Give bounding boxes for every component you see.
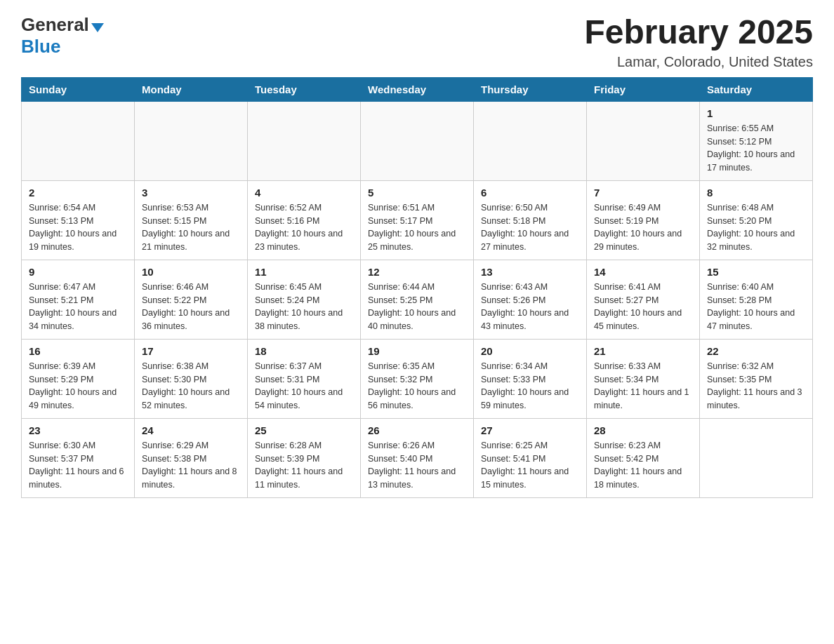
- calendar-cell: [361, 101, 474, 180]
- day-number: 7: [594, 187, 692, 199]
- calendar-cell: 28Sunrise: 6:23 AMSunset: 5:42 PMDayligh…: [587, 418, 700, 497]
- day-info: Sunrise: 6:26 AMSunset: 5:40 PMDaylight:…: [368, 439, 466, 492]
- day-info: Sunrise: 6:55 AMSunset: 5:12 PMDaylight:…: [707, 122, 805, 175]
- day-number: 19: [368, 345, 466, 357]
- day-info: Sunrise: 6:49 AMSunset: 5:19 PMDaylight:…: [594, 201, 692, 254]
- calendar-cell: [248, 101, 361, 180]
- day-info: Sunrise: 6:48 AMSunset: 5:20 PMDaylight:…: [707, 201, 805, 254]
- day-info: Sunrise: 6:41 AMSunset: 5:27 PMDaylight:…: [594, 281, 692, 333]
- calendar-cell: 18Sunrise: 6:37 AMSunset: 5:31 PMDayligh…: [248, 339, 361, 418]
- calendar-cell: 9Sunrise: 6:47 AMSunset: 5:21 PMDaylight…: [22, 260, 135, 339]
- day-number: 2: [29, 187, 127, 199]
- calendar-cell: 8Sunrise: 6:48 AMSunset: 5:20 PMDaylight…: [700, 180, 813, 260]
- calendar-cell: [700, 418, 813, 497]
- calendar-cell: 26Sunrise: 6:26 AMSunset: 5:40 PMDayligh…: [361, 418, 474, 497]
- day-of-week-header: Monday: [135, 77, 248, 101]
- day-info: Sunrise: 6:29 AMSunset: 5:38 PMDaylight:…: [142, 439, 240, 492]
- day-of-week-header: Sunday: [22, 77, 135, 101]
- calendar-cell: 13Sunrise: 6:43 AMSunset: 5:26 PMDayligh…: [474, 260, 587, 339]
- calendar-cell: 2Sunrise: 6:54 AMSunset: 5:13 PMDaylight…: [22, 180, 135, 260]
- day-number: 17: [142, 345, 240, 357]
- calendar-cell: 10Sunrise: 6:46 AMSunset: 5:22 PMDayligh…: [135, 260, 248, 339]
- calendar-cell: 14Sunrise: 6:41 AMSunset: 5:27 PMDayligh…: [587, 260, 700, 339]
- day-info: Sunrise: 6:43 AMSunset: 5:26 PMDaylight:…: [481, 281, 579, 333]
- day-of-week-header: Saturday: [700, 77, 813, 101]
- day-info: Sunrise: 6:34 AMSunset: 5:33 PMDaylight:…: [481, 360, 579, 412]
- day-number: 12: [368, 266, 466, 278]
- calendar-cell: [135, 101, 248, 180]
- calendar-cell: 21Sunrise: 6:33 AMSunset: 5:34 PMDayligh…: [587, 339, 700, 418]
- day-number: 9: [29, 266, 127, 278]
- title-block: February 2025 Lamar, Colorado, United St…: [584, 14, 813, 70]
- day-info: Sunrise: 6:28 AMSunset: 5:39 PMDaylight:…: [255, 439, 353, 492]
- day-info: Sunrise: 6:45 AMSunset: 5:24 PMDaylight:…: [255, 281, 353, 333]
- calendar-cell: 24Sunrise: 6:29 AMSunset: 5:38 PMDayligh…: [135, 418, 248, 497]
- day-info: Sunrise: 6:52 AMSunset: 5:16 PMDaylight:…: [255, 201, 353, 254]
- day-number: 25: [255, 424, 353, 436]
- calendar-cell: 5Sunrise: 6:51 AMSunset: 5:17 PMDaylight…: [361, 180, 474, 260]
- calendar-cell: 17Sunrise: 6:38 AMSunset: 5:30 PMDayligh…: [135, 339, 248, 418]
- calendar-cell: 12Sunrise: 6:44 AMSunset: 5:25 PMDayligh…: [361, 260, 474, 339]
- day-number: 26: [368, 424, 466, 436]
- calendar-cell: [587, 101, 700, 180]
- day-number: 20: [481, 345, 579, 357]
- day-number: 21: [594, 345, 692, 357]
- day-number: 3: [142, 187, 240, 199]
- day-of-week-header: Friday: [587, 77, 700, 101]
- day-of-week-header: Wednesday: [361, 77, 474, 101]
- day-number: 16: [29, 345, 127, 357]
- month-title: February 2025: [584, 14, 813, 51]
- calendar-cell: 27Sunrise: 6:25 AMSunset: 5:41 PMDayligh…: [474, 418, 587, 497]
- day-number: 27: [481, 424, 579, 436]
- calendar-week-row: 9Sunrise: 6:47 AMSunset: 5:21 PMDaylight…: [22, 260, 813, 339]
- calendar-cell: 7Sunrise: 6:49 AMSunset: 5:19 PMDaylight…: [587, 180, 700, 260]
- day-info: Sunrise: 6:38 AMSunset: 5:30 PMDaylight:…: [142, 360, 240, 412]
- day-number: 11: [255, 266, 353, 278]
- day-number: 4: [255, 187, 353, 199]
- day-info: Sunrise: 6:40 AMSunset: 5:28 PMDaylight:…: [707, 281, 805, 333]
- calendar-cell: 11Sunrise: 6:45 AMSunset: 5:24 PMDayligh…: [248, 260, 361, 339]
- days-of-week-row: SundayMondayTuesdayWednesdayThursdayFrid…: [22, 77, 813, 101]
- calendar-cell: 3Sunrise: 6:53 AMSunset: 5:15 PMDaylight…: [135, 180, 248, 260]
- calendar-cell: 6Sunrise: 6:50 AMSunset: 5:18 PMDaylight…: [474, 180, 587, 260]
- day-number: 23: [29, 424, 127, 436]
- page-header: General Blue February 2025 Lamar, Colora…: [21, 14, 813, 70]
- day-info: Sunrise: 6:33 AMSunset: 5:34 PMDaylight:…: [594, 360, 692, 412]
- day-info: Sunrise: 6:46 AMSunset: 5:22 PMDaylight:…: [142, 281, 240, 333]
- day-number: 1: [707, 107, 805, 119]
- day-number: 28: [594, 424, 692, 436]
- calendar-header: SundayMondayTuesdayWednesdayThursdayFrid…: [22, 77, 813, 101]
- day-number: 22: [707, 345, 805, 357]
- calendar-cell: 22Sunrise: 6:32 AMSunset: 5:35 PMDayligh…: [700, 339, 813, 418]
- calendar-week-row: 23Sunrise: 6:30 AMSunset: 5:37 PMDayligh…: [22, 418, 813, 497]
- day-number: 10: [142, 266, 240, 278]
- day-of-week-header: Thursday: [474, 77, 587, 101]
- day-number: 18: [255, 345, 353, 357]
- day-info: Sunrise: 6:54 AMSunset: 5:13 PMDaylight:…: [29, 201, 127, 254]
- logo-triangle-icon: [91, 23, 104, 32]
- day-number: 13: [481, 266, 579, 278]
- calendar-cell: 20Sunrise: 6:34 AMSunset: 5:33 PMDayligh…: [474, 339, 587, 418]
- day-info: Sunrise: 6:35 AMSunset: 5:32 PMDaylight:…: [368, 360, 466, 412]
- day-info: Sunrise: 6:25 AMSunset: 5:41 PMDaylight:…: [481, 439, 579, 492]
- day-info: Sunrise: 6:32 AMSunset: 5:35 PMDaylight:…: [707, 360, 805, 412]
- calendar-week-row: 1Sunrise: 6:55 AMSunset: 5:12 PMDaylight…: [22, 101, 813, 180]
- calendar-cell: 23Sunrise: 6:30 AMSunset: 5:37 PMDayligh…: [22, 418, 135, 497]
- calendar-cell: 25Sunrise: 6:28 AMSunset: 5:39 PMDayligh…: [248, 418, 361, 497]
- calendar-week-row: 16Sunrise: 6:39 AMSunset: 5:29 PMDayligh…: [22, 339, 813, 418]
- day-info: Sunrise: 6:23 AMSunset: 5:42 PMDaylight:…: [594, 439, 692, 492]
- day-info: Sunrise: 6:53 AMSunset: 5:15 PMDaylight:…: [142, 201, 240, 254]
- calendar-cell: 15Sunrise: 6:40 AMSunset: 5:28 PMDayligh…: [700, 260, 813, 339]
- calendar-cell: 1Sunrise: 6:55 AMSunset: 5:12 PMDaylight…: [700, 101, 813, 180]
- day-info: Sunrise: 6:37 AMSunset: 5:31 PMDaylight:…: [255, 360, 353, 412]
- day-info: Sunrise: 6:50 AMSunset: 5:18 PMDaylight:…: [481, 201, 579, 254]
- day-info: Sunrise: 6:47 AMSunset: 5:21 PMDaylight:…: [29, 281, 127, 333]
- logo-blue: Blue: [21, 36, 60, 58]
- day-info: Sunrise: 6:30 AMSunset: 5:37 PMDaylight:…: [29, 439, 127, 492]
- calendar-cell: [22, 101, 135, 180]
- calendar-body: 1Sunrise: 6:55 AMSunset: 5:12 PMDaylight…: [22, 101, 813, 497]
- logo-general: General: [21, 14, 89, 36]
- day-number: 15: [707, 266, 805, 278]
- day-number: 14: [594, 266, 692, 278]
- day-number: 6: [481, 187, 579, 199]
